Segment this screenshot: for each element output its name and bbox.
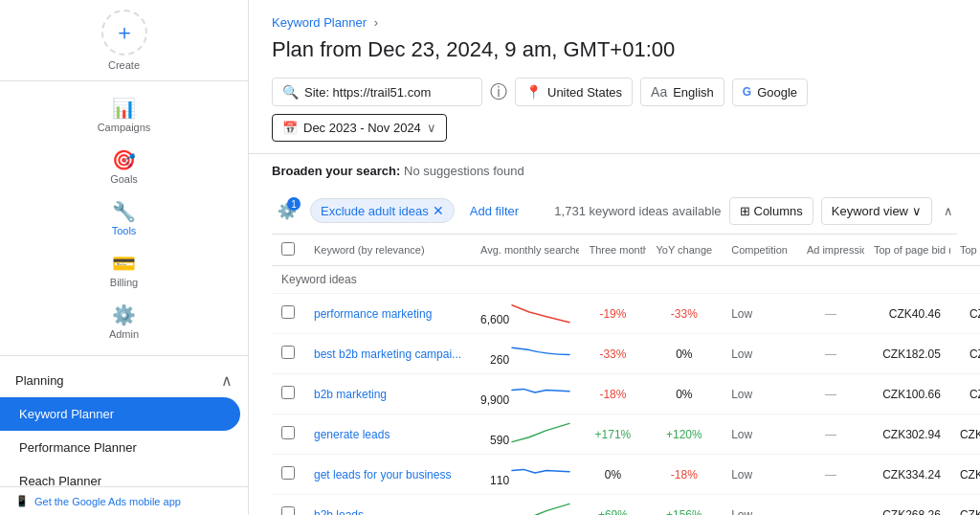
yoy-cell: +156% [646,495,722,516]
row-checkbox-4[interactable] [281,466,295,480]
columns-button[interactable]: ⊞ Columns [729,197,813,225]
row-checkbox-0[interactable] [281,305,295,319]
keyword-ideas-group-row: Keyword ideas [272,266,980,294]
competition-cell: Low [722,294,797,334]
yoy-cell: 0% [646,334,722,374]
columns-label: Columns [754,204,803,218]
location-icon: 📍 [525,84,542,100]
add-filter-label: Add filter [470,204,519,218]
checkbox-header [272,235,304,266]
trend-chart [512,461,569,484]
ad-impression-cell: — [797,414,864,455]
table-row: best b2b marketing campai... 260 -33% 0%… [272,334,980,374]
sidebar-item-tools[interactable]: 🔧 Tools [0,192,248,244]
sidebar-item-keyword-planner[interactable]: Keyword Planner [0,397,240,431]
keyword-view-label: Keyword view [832,204,908,218]
competition-cell: Low [722,374,797,414]
row-checkbox-cell [272,455,304,495]
three-month-cell: +171% [579,414,646,455]
row-checkbox-cell [272,294,304,334]
filter-icon-button[interactable]: ⚙️ 1 [272,195,302,226]
page-title: Plan from Dec 23, 2024, 9 am, GMT+01:00 [272,37,957,62]
search-icon: 🔍 [282,84,299,100]
language-icon: Aa [651,84,667,100]
mobile-app-label: Get the Google Ads mobile app [34,496,181,507]
language-value: English [673,85,714,100]
exclude-chip-label: Exclude adult ideas [321,204,429,218]
exclude-chip-close[interactable]: ✕ [433,203,444,218]
breadcrumb[interactable]: Keyword Planner › [272,15,957,30]
top-low-cell: CZK100.66 [864,374,950,414]
top-high-cell: CZK655.48 [950,294,980,334]
sidebar-item-admin[interactable]: ⚙️ Admin [0,296,248,347]
top-high-cell: CZK1,252.92 [950,495,980,516]
create-label: Create [108,59,140,71]
trend-chart [512,502,569,515]
location-filter[interactable]: 📍 United States [515,78,633,106]
sidebar-item-billing[interactable]: 💳 Billing [0,244,248,296]
google-icon: G [743,85,751,99]
top-high-header: Top of page bid (high range) [950,235,980,266]
row-checkbox-2[interactable] [281,386,295,399]
planning-header[interactable]: Planning ∧ [0,364,248,397]
three-month-cell: 0% [579,455,646,495]
avg-monthly-cell: 590 [471,495,579,516]
sidebar-item-campaigns[interactable]: 📊 Campaigns [0,89,248,141]
row-checkbox-1[interactable] [281,346,295,359]
sidebar-item-performance-planner[interactable]: Performance Planner [0,431,240,464]
top-low-cell: CZK268.26 [864,495,950,516]
search-engine-filter[interactable]: G Google [732,78,808,106]
yoy-header: YoY change [646,235,722,266]
top-low-header: Top of page bid (low range) [864,235,950,266]
keyword-cell: get leads for your business [304,455,471,495]
language-filter[interactable]: Aa English [640,78,724,106]
table-body: Keyword ideas performance marketing 6,60… [272,266,980,516]
breadcrumb-text: Keyword Planner [272,15,367,30]
collapse-icon: ∧ [944,204,953,218]
campaigns-icon: 📊 [112,97,136,120]
table-row: get leads for your business 110 0% -18% … [272,455,980,495]
row-checkbox-3[interactable] [281,426,295,439]
keywords-table: Keyword (by relevance) Avg. monthly sear… [272,235,980,515]
competition-cell: Low [722,495,797,516]
search-engine-value: Google [757,85,797,100]
trend-chart [512,341,569,364]
admin-icon: ⚙️ [112,303,136,326]
row-checkbox-cell [272,495,304,516]
tools-icon: 🔧 [112,200,136,223]
sidebar-item-goals[interactable]: 🎯 Goals [0,141,248,192]
table-row: performance marketing 6,600 -19% -33% Lo… [272,294,980,334]
collapse-button[interactable]: ∧ [940,200,957,222]
keyword-cell: performance marketing [304,294,471,334]
billing-icon: 💳 [112,252,136,275]
filter-badge: 1 [287,197,301,211]
search-info-label: Broaden your search: [272,164,400,178]
top-high-cell: CZK352.54 [950,374,980,414]
billing-label: Billing [110,277,138,288]
add-filter-button[interactable]: Add filter [462,200,526,222]
keyword-view-button[interactable]: Keyword view ∨ [821,197,932,225]
sidebar-top: ＋ Create [0,0,248,81]
exclude-adult-chip[interactable]: Exclude adult ideas ✕ [310,198,455,223]
date-range-filter[interactable]: 📅 Dec 2023 - Nov 2024 ∨ [272,114,447,142]
sidebar-item-reach-planner[interactable]: Reach Planner [0,464,240,486]
date-range-chevron: ∨ [427,121,436,135]
competition-header: Competition [722,235,797,266]
location-value: United States [547,85,622,100]
table-row: b2b leads 590 +69% +156% Low — CZK268.26… [272,495,980,516]
row-checkbox-5[interactable] [281,506,295,515]
select-all-checkbox[interactable] [281,242,295,256]
table-row: b2b marketing 9,900 -18% 0% Low — CZK100… [272,374,980,414]
competition-cell: Low [722,414,797,455]
top-low-cell: CZK334.24 [864,455,950,495]
ad-impression-cell: — [797,334,864,374]
site-filter-value: Site: https://trail51.com [304,85,431,100]
row-checkbox-cell [272,374,304,414]
avg-monthly-cell: 6,600 [471,294,579,334]
search-info: Broaden your search: No suggestions foun… [272,154,957,188]
yoy-cell: -33% [646,294,722,334]
sidebar-footer[interactable]: 📱 Get the Google Ads mobile app [0,486,248,515]
site-filter[interactable]: 🔍 Site: https://trail51.com [272,78,482,106]
avg-monthly-cell: 590 [471,414,579,455]
create-button[interactable]: ＋ [101,10,147,56]
